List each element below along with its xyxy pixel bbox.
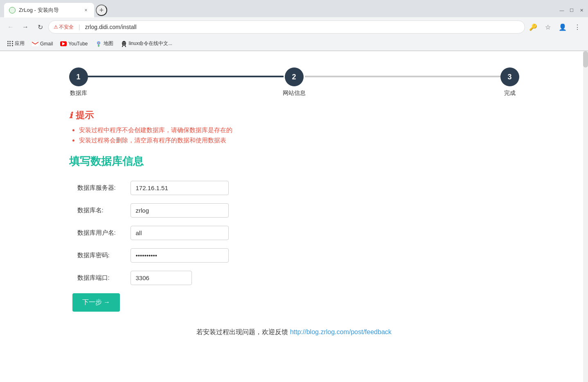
db-form: 数据库服务器: 数据库名: 数据库用户名: (72, 177, 234, 289)
page-content: 1 数据库 2 网站信息 3 完成 ℹ (0, 51, 588, 382)
bookmark-maps-label: 地图 (104, 40, 113, 47)
bookmark-apps-label: 应用 (15, 40, 25, 47)
profile-button[interactable]: 👤 (556, 20, 569, 34)
install-container: 1 数据库 2 网站信息 3 完成 ℹ (53, 51, 536, 361)
youtube-icon (60, 41, 67, 46)
bookmark-youtube-label: YouTube (68, 41, 88, 47)
linux-icon (121, 40, 127, 47)
stepper: 1 数据库 2 网站信息 3 完成 (69, 59, 519, 109)
alert-item-1: 安装过程中程序不会创建数据库，请确保数据库是存在的 (79, 126, 519, 134)
input-cell-server (126, 177, 234, 199)
maximize-button[interactable]: ☐ (569, 8, 574, 13)
refresh-button[interactable]: ↻ (34, 20, 47, 34)
form-section-title: 填写数据库信息 (69, 154, 519, 169)
warning-icon: ⚠ (54, 24, 58, 30)
window-controls: — ☐ ✕ (559, 8, 584, 13)
close-window-button[interactable]: ✕ (579, 8, 584, 13)
db-name-input[interactable] (131, 203, 229, 218)
form-row-name: 数据库名: (72, 199, 234, 222)
step-2-circle: 2 (285, 67, 304, 86)
forward-button[interactable]: → (19, 20, 32, 34)
bookmark-button[interactable]: ☆ (541, 20, 554, 34)
gmail-icon (32, 41, 38, 46)
separator: | (79, 24, 80, 30)
scrollbar-thumb[interactable] (583, 51, 588, 67)
form-row-user: 数据库用户名: (72, 222, 234, 244)
label-server: 数据库服务器: (72, 177, 126, 199)
browser-tab[interactable]: ZrLog - 安装向导 × (4, 3, 94, 18)
step-3-label: 完成 (504, 90, 516, 97)
db-pass-input[interactable] (131, 248, 229, 263)
step-line-2 (305, 76, 501, 77)
bookmark-apps[interactable]: 应用 (4, 38, 28, 49)
nav-bar: ← → ↻ ⚠ 不安全 | zrlog.didi.com/install 🔑 ☆… (0, 17, 588, 37)
bookmark-linux[interactable]: linux命令在线中文... (117, 38, 176, 49)
label-dbport: 数据库端口: (72, 267, 126, 289)
browser-frame: ZrLog - 安装向导 × + — ☐ ✕ ← → ↻ ⚠ 不安全 | zrl… (0, 0, 588, 51)
alert-title: ℹ 提示 (69, 109, 519, 121)
page-footer: 若安装过程出现问题，欢迎反馈 http://blog.zrlog.com/pos… (69, 320, 519, 345)
step-2-label: 网站信息 (283, 90, 306, 97)
form-row-port: 数据库端口: (72, 267, 234, 289)
step-1-label: 数据库 (70, 90, 87, 97)
url-text: zrlog.didi.com/install (85, 24, 520, 30)
address-bar[interactable]: ⚠ 不安全 | zrlog.didi.com/install (48, 20, 525, 34)
bookmark-linux-label: linux命令在线中文... (129, 40, 173, 47)
title-bar: ZrLog - 安装向导 × + — ☐ ✕ (0, 0, 588, 17)
input-cell-name (126, 199, 234, 222)
menu-button[interactable]: ⋮ (571, 20, 584, 34)
bookmark-maps[interactable]: 地图 (92, 38, 117, 49)
svg-point-2 (98, 42, 99, 43)
tab-favicon (9, 7, 16, 13)
back-button[interactable]: ← (4, 20, 17, 34)
maps-icon (95, 40, 102, 47)
bookmarks-bar: 应用 Gmail YouTube 地图 (0, 37, 588, 51)
step-3: 3 完成 (500, 67, 519, 97)
db-server-input[interactable] (131, 181, 229, 195)
bookmark-youtube[interactable]: YouTube (57, 39, 91, 48)
step-3-circle: 3 (500, 67, 519, 86)
minimize-button[interactable]: — (559, 8, 564, 13)
label-dbname: 数据库名: (72, 199, 126, 222)
step-line-1 (87, 76, 284, 77)
key-button[interactable]: 🔑 (527, 20, 540, 34)
alert-section: ℹ 提示 安装过程中程序不会创建数据库，请确保数据库是存在的 安装过程将会删除，… (69, 109, 519, 144)
db-port-input[interactable] (131, 271, 192, 285)
svg-point-5 (124, 43, 125, 43)
label-dbpass: 数据库密码: (72, 244, 126, 267)
feedback-link[interactable]: http://blog.zrlog.com/post/feedback (290, 328, 392, 335)
alert-list: 安装过程中程序不会创建数据库，请确保数据库是存在的 安装过程将会删除，清空原有程… (69, 126, 519, 144)
next-button[interactable]: 下一步 → (72, 293, 120, 312)
bookmark-gmail[interactable]: Gmail (29, 39, 56, 48)
tab-close-button[interactable]: × (83, 7, 89, 13)
form-row-pass: 数据库密码: (72, 244, 234, 267)
alert-item-2: 安装过程将会删除，清空原有程序的数据和使用数据表 (79, 137, 519, 144)
input-cell-port (126, 267, 234, 289)
tab-title: ZrLog - 安装向导 (19, 7, 79, 14)
new-tab-button[interactable]: + (96, 4, 107, 16)
step-2: 2 网站信息 (283, 67, 306, 97)
svg-point-4 (123, 43, 124, 43)
input-cell-user (126, 222, 234, 244)
alert-icon: ℹ (69, 110, 72, 120)
input-cell-pass (126, 244, 234, 267)
bookmark-gmail-label: Gmail (40, 41, 53, 47)
scrollbar-track[interactable] (583, 51, 588, 382)
step-1-circle: 1 (69, 67, 88, 86)
apps-grid-icon (7, 41, 13, 47)
form-row-server: 数据库服务器: (72, 177, 234, 199)
step-1: 1 数据库 (69, 67, 88, 97)
db-user-input[interactable] (131, 226, 229, 240)
nav-right-buttons: 🔑 ☆ 👤 ⋮ (527, 20, 584, 34)
security-badge: ⚠ 不安全 (54, 24, 74, 31)
label-dbuser: 数据库用户名: (72, 222, 126, 244)
